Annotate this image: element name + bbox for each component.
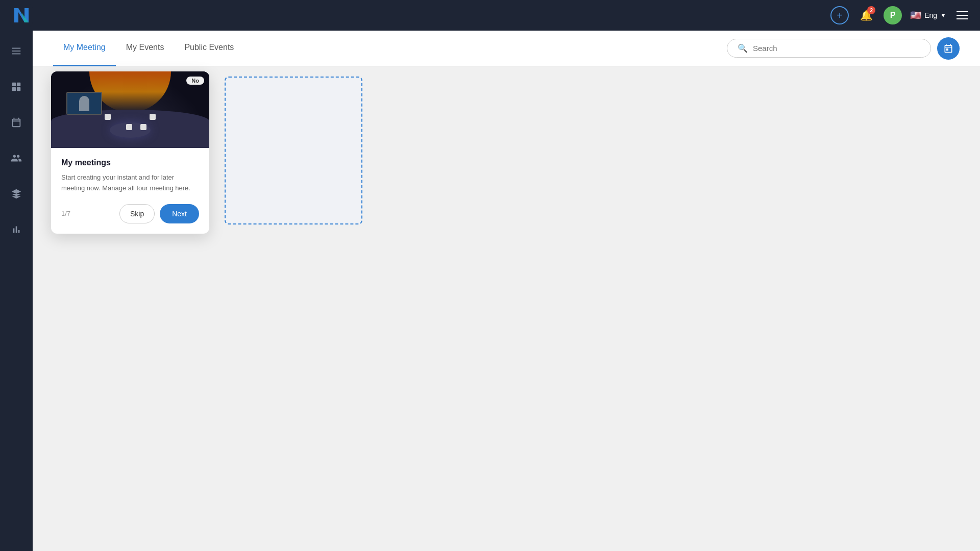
- sidebar-item-menu[interactable]: [6, 41, 27, 61]
- meeting-room-visual: [51, 71, 209, 148]
- tab-public-events[interactable]: Public Events: [174, 31, 244, 66]
- screen-tv: [66, 92, 102, 115]
- sidebar-item-calendar[interactable]: [6, 112, 27, 133]
- svg-rect-5: [12, 54, 21, 55]
- content-header: My Meeting My Events Public Events 🔍: [33, 31, 980, 66]
- svg-rect-6: [12, 83, 16, 86]
- chair-3: [126, 124, 132, 130]
- tooltip-card-body: My meetings Start creating your instant …: [51, 148, 209, 234]
- tabs: My Meeting My Events Public Events: [53, 31, 244, 66]
- next-button[interactable]: Next: [160, 204, 199, 223]
- svg-rect-9: [17, 87, 20, 91]
- chair-2: [150, 114, 156, 120]
- avatar[interactable]: P: [884, 6, 902, 24]
- chair-4: [140, 124, 146, 130]
- hamburger-line-3: [957, 18, 968, 19]
- tooltip-card: No My meetings Start creating your insta…: [51, 71, 209, 234]
- sidebar: [0, 31, 33, 551]
- skip-button[interactable]: Skip: [119, 204, 155, 223]
- step-count: 1/7: [61, 210, 70, 217]
- search-box: 🔍: [727, 39, 931, 58]
- flag-icon: 🇺🇸: [910, 10, 921, 21]
- person-silhouette: [79, 96, 89, 111]
- tooltip-footer: 1/7 Skip Next: [61, 204, 199, 223]
- topbar: + 🔔 2 P 🇺🇸 Eng ▼: [0, 0, 980, 31]
- highlight-box: [225, 77, 362, 224]
- hamburger-menu[interactable]: [954, 9, 970, 21]
- search-icon: 🔍: [738, 43, 748, 53]
- tooltip-card-image: No: [51, 71, 209, 148]
- tooltip-title: My meetings: [61, 158, 199, 167]
- tooltip-actions: Skip Next: [119, 204, 199, 223]
- tab-my-events[interactable]: My Events: [116, 31, 175, 66]
- search-input[interactable]: [753, 44, 920, 53]
- chair-1: [105, 114, 111, 120]
- svg-rect-8: [12, 87, 16, 91]
- screen-content: [67, 93, 101, 114]
- svg-rect-3: [12, 48, 21, 49]
- notification-button[interactable]: 🔔 2: [857, 6, 875, 24]
- tooltip-description: Start creating your instant and for late…: [61, 172, 199, 194]
- sidebar-item-dashboard[interactable]: [6, 77, 27, 97]
- sidebar-item-people[interactable]: [6, 148, 27, 168]
- topbar-right: + 🔔 2 P 🇺🇸 Eng ▼: [830, 6, 970, 24]
- notification-badge: 2: [867, 6, 875, 14]
- calendar-view-button[interactable]: [937, 37, 960, 60]
- logo: [10, 4, 33, 27]
- header-right: 🔍: [727, 37, 960, 60]
- sidebar-item-cube[interactable]: [6, 184, 27, 204]
- chevron-down-icon: ▼: [940, 12, 946, 19]
- language-label: Eng: [924, 11, 937, 19]
- svg-rect-7: [17, 83, 20, 86]
- hamburger-line-1: [957, 11, 968, 12]
- language-selector[interactable]: 🇺🇸 Eng ▼: [910, 10, 946, 21]
- sidebar-item-chart[interactable]: [6, 219, 27, 240]
- svg-rect-4: [12, 51, 21, 52]
- no-badge: No: [186, 77, 204, 85]
- hamburger-line-2: [957, 15, 968, 16]
- add-button[interactable]: +: [830, 6, 849, 24]
- tab-my-meeting[interactable]: My Meeting: [53, 31, 116, 66]
